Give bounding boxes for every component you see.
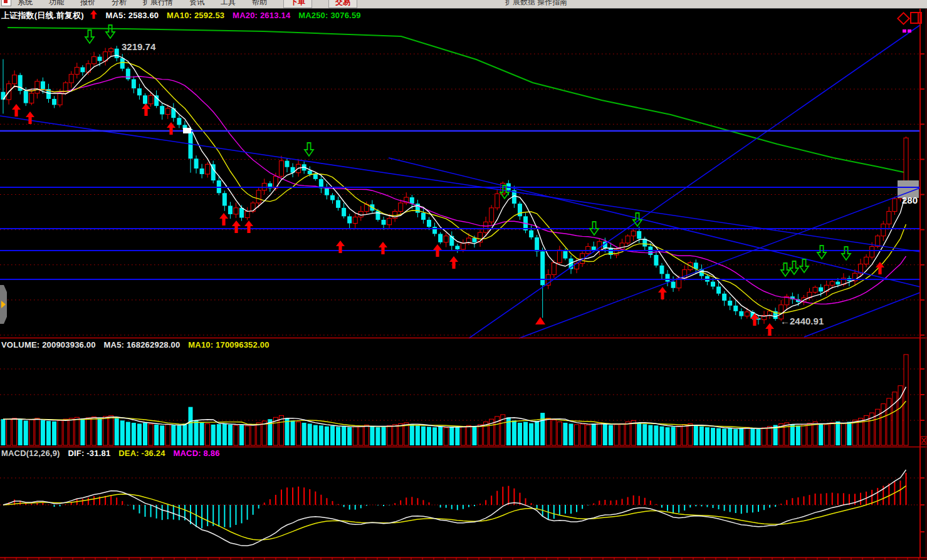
volume-pane bbox=[0, 355, 920, 445]
ma250-value: MA250: 3076.59 bbox=[298, 11, 361, 20]
peak-price-label: 3219.74 bbox=[122, 41, 155, 52]
latest-price-tag: 280 bbox=[902, 195, 918, 205]
macd-pane-header: MACD(12,26,9) DIF: -31.81 DEA: -36.24 MA… bbox=[1, 449, 226, 458]
buy-arrow-icon bbox=[449, 256, 458, 269]
dif-value: DIF: -31.81 bbox=[68, 449, 110, 458]
volume-value: VOLUME: 200903936.00 bbox=[1, 340, 96, 350]
buy-arrow-icon bbox=[12, 104, 21, 117]
buy-arrow-icon bbox=[244, 220, 253, 233]
volume-pane-header: VOLUME: 200903936.00 MA5: 168262928.00 M… bbox=[1, 340, 275, 350]
buy-arrow-icon bbox=[232, 220, 241, 233]
volume-ma10-value: MA10: 170096352.00 bbox=[188, 340, 269, 350]
buy-triangle-icon bbox=[535, 317, 545, 324]
candlestick-series bbox=[1, 46, 909, 324]
trough-price-label: ←2440.91 bbox=[780, 316, 824, 326]
main-gridlines bbox=[0, 54, 920, 335]
symbol-title: 上证指数(日线.前复权) bbox=[1, 11, 84, 20]
macd-pane bbox=[0, 470, 920, 546]
buy-arrow-icon bbox=[765, 323, 774, 336]
split-window-icon[interactable] bbox=[910, 12, 922, 24]
signal-markers bbox=[12, 25, 884, 336]
trendlines bbox=[0, 25, 920, 338]
trading-terminal: 系统 功能 报价 分析 扩展行情 资讯 工具 帮助 下单 交易 扩展数据 操作指… bbox=[0, 0, 927, 560]
buy-arrow-icon bbox=[876, 262, 884, 274]
buy-arrow-icon bbox=[142, 103, 150, 116]
sell-arrow-icon bbox=[633, 213, 642, 226]
sell-arrow-icon bbox=[305, 143, 313, 156]
buy-arrow-icon bbox=[167, 122, 175, 135]
up-arrow-icon bbox=[90, 11, 98, 20]
volume-ma5-value: MA5: 168262928.00 bbox=[104, 340, 181, 350]
sell-arrow-icon bbox=[842, 247, 851, 260]
macd-value: MACD: 8.86 bbox=[173, 449, 219, 458]
ma20-value: MA20: 2613.14 bbox=[233, 11, 290, 20]
ma5-value: MA5: 2583.60 bbox=[105, 11, 159, 20]
macd-name: MACD(12,26,9) bbox=[1, 449, 60, 458]
sell-arrow-icon bbox=[800, 259, 809, 272]
main-chart-header: 上证指数(日线.前复权) MA5: 2583.60 MA10: 2592.53 … bbox=[1, 10, 367, 21]
ma10-value: MA10: 2592.53 bbox=[167, 11, 224, 20]
chart-canvas[interactable] bbox=[0, 0, 927, 560]
sell-arrow-icon bbox=[817, 246, 826, 259]
sell-arrow-icon bbox=[790, 261, 799, 274]
sell-arrow-icon bbox=[85, 30, 94, 43]
buy-arrow-icon bbox=[379, 242, 387, 254]
sidebar-collapse-handle[interactable] bbox=[0, 285, 7, 324]
ma20-line bbox=[3, 76, 906, 304]
buy-arrow-icon bbox=[336, 241, 345, 253]
sell-arrow-icon bbox=[106, 25, 115, 38]
expand-arrow-icon bbox=[1, 301, 6, 308]
buy-arrow-icon bbox=[219, 213, 228, 226]
buy-arrow-icon bbox=[26, 111, 34, 124]
buy-arrow-icon bbox=[658, 287, 667, 299]
magenta-dot-icon bbox=[908, 29, 911, 33]
magenta-dot-icon bbox=[903, 29, 906, 33]
dea-value: DEA: -36.24 bbox=[118, 449, 165, 458]
